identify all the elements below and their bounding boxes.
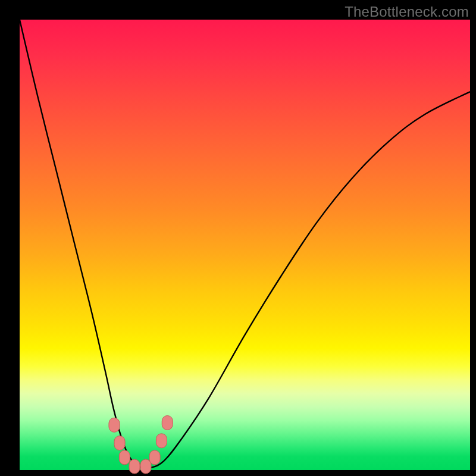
bottleneck-curve — [20, 20, 470, 469]
plot-area — [20, 20, 470, 470]
highlight-markers — [109, 416, 173, 474]
curve-layer — [20, 20, 470, 470]
marker-bead — [114, 436, 125, 450]
chart-frame: TheBottleneck.com — [0, 0, 476, 476]
marker-bead — [156, 434, 167, 448]
marker-bead — [129, 459, 140, 474]
watermark-text: TheBottleneck.com — [345, 4, 469, 20]
marker-bead — [162, 416, 173, 430]
marker-bead — [149, 450, 160, 465]
marker-bead — [109, 418, 120, 432]
marker-bead — [140, 459, 151, 474]
marker-bead — [119, 450, 130, 465]
